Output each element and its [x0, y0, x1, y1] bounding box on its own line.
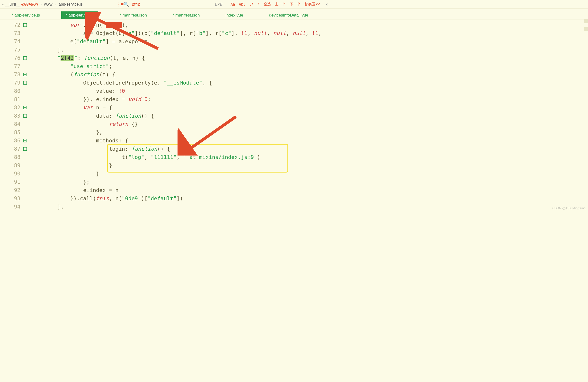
find-count: 0/0	[214, 2, 222, 7]
line-number: 82−	[0, 103, 22, 112]
line-number: 93	[0, 194, 22, 203]
tab-file[interactable]: index.vue	[221, 11, 248, 19]
line-number: 78−	[0, 70, 22, 79]
line-number: 92	[0, 186, 22, 194]
code-line: "2f42": function(t, e, n) {	[32, 54, 588, 62]
opt-word[interactable]: Abl	[239, 2, 245, 7]
gutter: 72−73747576−7778−79−808182−83−848586−87−…	[0, 20, 22, 211]
code-line: a = Object(u["a"])(o["default"], r["b"],…	[32, 29, 588, 38]
code-line: e["default"] = a.exports	[32, 38, 588, 46]
topbar: « __UNI__C504D04 › www › app-service.js …	[0, 0, 588, 9]
tabbar: * app-service.js * app-service.js * mani…	[0, 9, 588, 20]
line-number: 79−	[0, 79, 22, 87]
breadcrumb-sep: ›	[55, 2, 56, 7]
line-number: 86−	[0, 137, 22, 145]
opt-replace[interactable]: 替换区<<	[304, 2, 320, 7]
tab-file-active[interactable]: * app-service.js	[61, 11, 98, 19]
line-number: 91	[0, 178, 22, 186]
watermark: CSDN @iOS_MingXing	[552, 206, 586, 210]
code-area[interactable]: var u = n(" 5"), a = Object(u["a"])(o["d…	[22, 20, 588, 211]
opt-star[interactable]: *	[257, 2, 260, 7]
code-line: }	[32, 161, 588, 170]
search-icon[interactable]: ⋮≡🔍	[117, 2, 129, 7]
line-number: 81	[0, 95, 22, 103]
opt-prev[interactable]: 上一个	[275, 2, 286, 7]
line-number: 94	[0, 203, 22, 211]
code-line: data: function() {	[32, 112, 588, 120]
code-line: var u = n(" 5"),	[32, 21, 588, 29]
find-input[interactable]	[132, 2, 151, 7]
line-number: 88	[0, 153, 22, 161]
code-line: Object.defineProperty(e, "__esModule", {	[32, 79, 588, 87]
code-line: e.index = n	[32, 186, 588, 194]
opt-case[interactable]: Aa	[231, 2, 235, 7]
code-line: methods: {	[32, 137, 588, 145]
opt-regex[interactable]: .*	[249, 2, 254, 7]
code-line: return {}	[32, 120, 588, 128]
breadcrumb-back[interactable]: «	[2, 2, 4, 7]
code-line: },	[32, 46, 588, 54]
line-number: 84	[0, 120, 22, 128]
code-line: value: !0	[32, 87, 588, 95]
line-number: 80	[0, 87, 22, 95]
tab-file[interactable]: * app-service.js	[7, 11, 44, 19]
code-line: };	[32, 178, 588, 186]
line-number: 73	[0, 29, 22, 38]
line-number: 89	[0, 161, 22, 170]
line-number: 83−	[0, 112, 22, 120]
breadcrumb-strike: C504D04	[21, 2, 38, 7]
editor[interactable]: 72−73747576−7778−79−808182−83−848586−87−…	[0, 20, 588, 211]
find-options: Aa Abl .* * 全选 上一个 下一个 替换区<< ×	[231, 2, 328, 7]
code-line: t("log", "111111", " at mixins/index.js:…	[32, 153, 588, 161]
close-icon[interactable]: ×	[325, 2, 328, 7]
dropdown-icon[interactable]: ⌄	[223, 3, 225, 6]
code-line: }), e.index = void 0;	[32, 95, 588, 103]
opt-next[interactable]: 下一个	[290, 2, 301, 7]
line-number: 72−	[0, 21, 22, 29]
tab-file[interactable]: devicesInfoDetail.vue	[265, 11, 313, 19]
code-line: "use strict";	[32, 62, 588, 70]
line-number: 75	[0, 46, 22, 54]
findbar: ⋮≡🔍	[117, 2, 151, 7]
code-line: }	[32, 170, 588, 178]
code-line: var n = {	[32, 103, 588, 112]
code-line: },	[32, 203, 588, 211]
breadcrumb-sep: ›	[40, 2, 42, 7]
line-number: 76−	[0, 54, 22, 62]
code-line: login: function() {	[32, 145, 588, 153]
line-number: 85	[0, 128, 22, 137]
search-highlight: 2f42	[61, 55, 74, 61]
breadcrumb: « __UNI__C504D04 › www › app-service.js	[2, 2, 83, 7]
code-line: }).call(this, n("0de9")["default"])	[32, 194, 588, 203]
line-number: 90	[0, 170, 22, 178]
breadcrumb-seg[interactable]: __UNI__	[5, 2, 21, 7]
line-number: 87−	[0, 145, 22, 153]
breadcrumb-seg[interactable]: app-service.js	[59, 2, 83, 7]
tab-file[interactable]: * manifest.json	[115, 11, 151, 19]
breadcrumb-seg[interactable]: www	[44, 2, 53, 7]
line-number: 74	[0, 38, 22, 46]
opt-selectall[interactable]: 全选	[264, 2, 271, 7]
code-line: (function(t) {	[32, 70, 588, 79]
tab-file[interactable]: * manifest.json	[168, 11, 204, 19]
line-number: 77	[0, 62, 22, 70]
code-line: },	[32, 128, 588, 137]
minimap[interactable]	[584, 20, 588, 211]
